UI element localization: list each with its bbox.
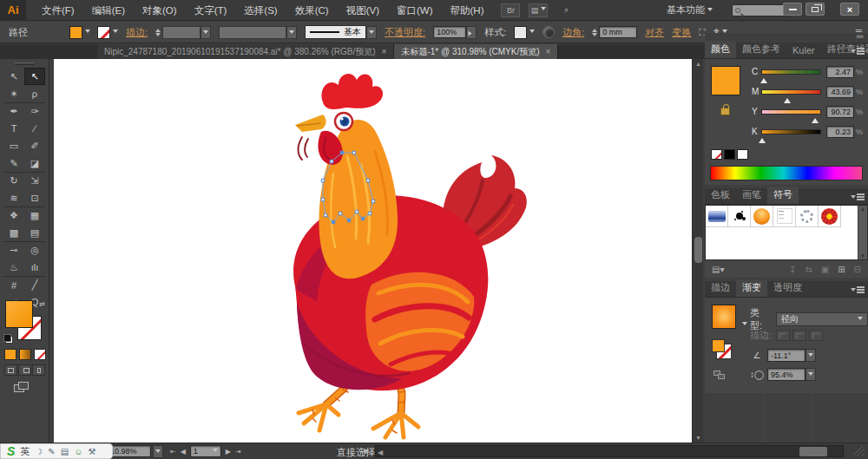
corner-stepper[interactable] [592,26,597,39]
align-link[interactable]: 对齐 [645,26,664,39]
gradient-tool[interactable]: ▤ [24,224,45,241]
symbols-scrollbar[interactable]: ▲▼ [858,206,867,259]
ime-person-icon[interactable]: ☺ [74,447,82,456]
opacity-field[interactable]: 100% [433,26,466,38]
gradient-button[interactable] [19,349,31,360]
scroll-up-icon[interactable]: ▲ [695,61,701,67]
panel-tab-颜色[interactable]: 颜色 [705,41,736,58]
magic-wand-tool[interactable]: ✶ [3,85,24,102]
menu-item-2[interactable]: 对象(O) [134,0,186,21]
symbol-options-icon[interactable]: ▣ [821,265,829,274]
stroke-weight-stepper[interactable] [155,26,161,39]
app-logo[interactable]: Ai [0,0,26,21]
artboard-tool[interactable]: # [3,276,24,293]
corner-field[interactable]: 0 mm [599,26,637,38]
opacity-caret[interactable] [466,26,477,39]
panel-tab-画笔[interactable]: 画笔 [736,187,767,204]
magenta-slider[interactable] [761,89,821,95]
fill-stroke-indicator[interactable]: ⇄ [5,300,45,344]
search-input[interactable] [740,6,780,15]
symbol-red-flower[interactable] [819,206,841,227]
panel-tab-渐变[interactable]: 渐变 [736,279,767,297]
fill-color-swatch[interactable] [69,26,82,39]
draw-inside-button[interactable] [32,364,45,376]
minimize-button[interactable] [783,3,802,16]
white-swatch[interactable] [737,149,748,160]
width-profile-caret[interactable] [286,26,297,39]
fill-proxy[interactable] [5,300,33,328]
width-profile-dropdown[interactable] [219,26,286,39]
panel-tab-描边[interactable]: 描边 [705,279,736,297]
gradient-type-dropdown[interactable]: 径向 [776,312,868,326]
shape-builder-tool[interactable]: ❖ [3,207,24,224]
gradient-aspect-caret[interactable] [806,368,816,381]
input-method-bar[interactable]: S 英 ☽ ✎ ▤ ☺ ⚒ [0,443,113,459]
stroke-along-icon[interactable] [792,330,806,341]
break-link-icon[interactable]: ⇆ [805,265,812,274]
new-symbol-icon[interactable]: ⊞ [838,265,845,274]
slice-tool[interactable]: ╱ [24,276,45,293]
symbol-blue-ribbon[interactable] [706,206,728,227]
first-artboard-icon[interactable]: ⇤ [170,448,176,456]
panel-tab-色板[interactable]: 色板 [705,187,736,204]
blend-tool[interactable]: ◎ [24,241,45,259]
eraser-tool[interactable]: ◪ [24,154,45,172]
line-segment-tool[interactable]: ∕ [24,120,45,137]
cs-live-icon[interactable]: ⚡ [556,3,575,17]
paintbrush-tool[interactable]: ✐ [24,137,45,154]
recolor-artwork-icon[interactable] [542,26,555,38]
panel-tab-透明度[interactable]: 透明度 [767,279,808,297]
draw-normal-button[interactable] [4,364,17,376]
ime-toolbox-icon[interactable]: ⚒ [88,447,95,456]
sogou-logo[interactable]: S [7,444,15,458]
column-graph-tool[interactable]: ılı [24,259,45,276]
last-artboard-icon[interactable]: ⇥ [235,448,241,456]
yellow-value-field[interactable]: 90.72 [826,106,854,118]
default-fill-stroke-icon[interactable] [5,336,13,344]
brush-definition-dropdown[interactable]: 基本 [305,25,366,39]
symbol-wreath[interactable] [796,206,819,227]
stroke-across-icon[interactable] [809,330,823,341]
brush-definition-caret[interactable] [366,26,377,39]
panel-menu-icon[interactable] [852,285,865,293]
ime-moon-icon[interactable]: ☽ [35,447,43,456]
rooster-artwork[interactable] [271,69,531,443]
scroll-down-icon[interactable]: ▼ [695,435,701,441]
opacity-label[interactable]: 不透明度: [385,26,425,39]
tab-close-icon[interactable]: × [382,47,387,56]
cyan-slider[interactable] [761,69,821,75]
stroke-within-icon[interactable] [776,330,790,341]
prev-artboard-icon[interactable]: ◀ [181,448,186,456]
yellow-slider[interactable] [761,109,821,115]
magenta-value-field[interactable]: 43.69 [826,86,854,98]
ime-language-toggle[interactable]: 英 [20,445,30,458]
curvature-tool[interactable]: ✑ [24,102,45,120]
panel-tab-颜色参考[interactable]: 颜色参考 [736,41,786,58]
pen-tool[interactable]: ✒ [3,102,24,120]
hscroll-thumb[interactable] [799,447,827,456]
symbol-empty-frame[interactable] [773,206,796,227]
draw-behind-button[interactable] [18,364,31,376]
color-spectrum-bar[interactable] [710,166,863,180]
restore-button[interactable] [806,3,825,16]
status-expand-icon[interactable]: ▶ [364,447,369,455]
scroll-left-icon[interactable]: ◀ [378,449,383,456]
screen-mode-button[interactable] [14,382,30,394]
document-tab-1[interactable]: 未标题-1* @ 310.98% (CMYK/预览)× [394,44,558,59]
mesh-tool[interactable]: ▩ [3,224,24,241]
lasso-tool[interactable]: ρ [24,85,45,102]
menu-item-0[interactable]: 文件(F) [33,0,83,21]
ime-keyboard-icon[interactable]: ▤ [61,447,69,456]
black-swatch[interactable] [724,149,735,160]
ime-pen-icon[interactable]: ✎ [48,447,55,456]
black-slider[interactable] [761,129,821,134]
panel-tab-Kuler[interactable]: Kuler [786,43,821,58]
selection-tool[interactable]: ↖ [3,68,24,85]
canvas-horizontal-scrollbar[interactable]: ◀ [375,445,844,457]
close-button[interactable]: × [840,3,859,16]
menu-item-8[interactable]: 帮助(H) [442,0,493,21]
style-swatch[interactable] [514,26,527,39]
swap-fill-stroke-icon[interactable]: ⇄ [39,300,45,308]
gradient-fill-swatch[interactable] [712,305,736,329]
none-swatch[interactable] [711,149,722,160]
